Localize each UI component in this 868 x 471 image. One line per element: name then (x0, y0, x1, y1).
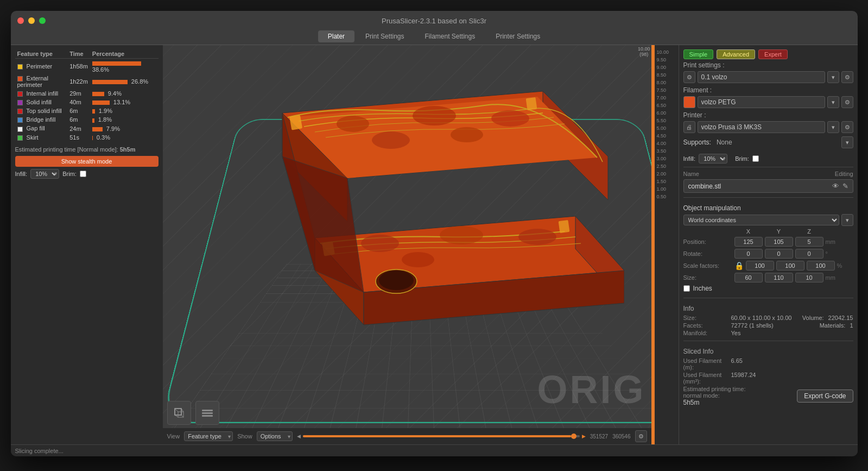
status-text: Slicing complete... (15, 448, 64, 454)
infill-select[interactable]: 10% 15% 20% (30, 169, 59, 179)
sliced-header: Sliced Info (683, 348, 853, 355)
filament-input[interactable] (698, 96, 825, 108)
divider-1 (683, 167, 853, 167)
lock-icon[interactable]: 🔒 (734, 261, 744, 270)
used-filament-m-key: Used Filament (m): (683, 357, 727, 370)
print-profile-input[interactable] (698, 71, 825, 83)
feature-time: 29m (67, 89, 90, 98)
supports-dropdown-btn[interactable]: ▾ (841, 136, 853, 148)
printer-dropdown-btn[interactable]: ▾ (827, 121, 839, 133)
right-infill-select[interactable]: 10% (699, 154, 727, 164)
feature-label: Internal infill (15, 89, 68, 98)
skill-simple-btn[interactable]: Simple (683, 49, 714, 59)
infill-row: Infill: 10% 15% 20% Brim: (15, 169, 159, 179)
scale-y[interactable] (776, 261, 804, 271)
rotate-y[interactable] (765, 249, 793, 259)
scale-z[interactable] (807, 261, 835, 271)
printer-input[interactable] (698, 121, 825, 133)
filament-color-swatch[interactable] (683, 96, 695, 108)
feature-time: 6m (67, 106, 90, 115)
gear-icon[interactable]: ⚙ (635, 430, 647, 442)
rotate-z[interactable] (795, 249, 823, 259)
layer-slider[interactable]: ◀ ▶ (297, 434, 586, 439)
tab-filament-settings[interactable]: Filament Settings (415, 30, 485, 42)
tab-plater[interactable]: Plater (318, 30, 354, 42)
skill-advanced-btn[interactable]: Advanced (717, 49, 755, 59)
scale-label: Scale factors: (683, 262, 732, 269)
maximize-btn[interactable] (39, 17, 46, 24)
print-settings-gear[interactable]: ⚙ (841, 71, 853, 83)
viewport-bg: ORIG 10.00 (98) (163, 45, 679, 444)
print-dropdown-btn[interactable]: ▾ (827, 71, 839, 83)
left-panel: Feature type Time Percentage Perimeter 1… (11, 45, 163, 444)
svg-marker-0 (282, 91, 608, 178)
svg-point-16 (440, 226, 483, 244)
stealth-mode-button[interactable]: Show stealth mode (15, 156, 159, 167)
size-y[interactable] (765, 273, 793, 282)
info-volume-val: 22042.15 (828, 315, 853, 321)
size-unit: mm (826, 274, 837, 281)
feature-label: Solid infill (15, 98, 68, 106)
feature-pct-cell: 38.6% (90, 59, 159, 74)
divider-4 (683, 341, 853, 341)
eye-icon[interactable]: 👁 (832, 182, 839, 190)
slider-thumb[interactable] (571, 434, 576, 439)
edit-icon[interactable]: ✎ (842, 182, 848, 190)
info-facets-key: Facets: (683, 322, 727, 329)
print-settings-label: Print settings : (683, 61, 853, 69)
printer-label: Printer : (683, 111, 853, 119)
view-label: View (167, 433, 180, 439)
info-manifold-val: Yes (731, 330, 741, 336)
minimize-btn[interactable] (28, 17, 35, 24)
tab-printer-settings[interactable]: Printer Settings (486, 30, 550, 42)
right-brim-checkbox[interactable] (752, 155, 759, 162)
filament-settings-gear[interactable]: ⚙ (841, 96, 853, 108)
position-x[interactable] (734, 237, 763, 247)
rotate-x[interactable] (734, 249, 763, 259)
close-btn[interactable] (17, 17, 24, 24)
tab-print-settings[interactable]: Print Settings (356, 30, 414, 42)
inches-checkbox[interactable] (683, 285, 690, 292)
size-z[interactable] (795, 273, 823, 282)
size-label: Size: (683, 274, 732, 281)
scale-x[interactable] (746, 261, 774, 271)
info-header: Info (683, 305, 853, 312)
col-time: Time (67, 49, 90, 59)
supports-value: None (717, 139, 838, 146)
table-row: Bridge infill 6m 1.8% (15, 115, 159, 124)
position-unit: mm (826, 238, 837, 245)
object-item-1[interactable]: combine.stl 👁 ✎ (683, 179, 853, 193)
scale-unit: % (837, 262, 848, 269)
inches-label: Inches (693, 285, 712, 292)
feature-pct-cell: 26.8% (90, 74, 159, 89)
svg-rect-32 (202, 412, 213, 414)
filament-dropdown-btn[interactable]: ▾ (827, 96, 839, 108)
info-facets-row: Facets: 72772 (1 shells) Materials: 1 (683, 322, 853, 329)
skill-expert-btn[interactable]: Expert (758, 49, 788, 59)
feature-label: Perimeter (15, 59, 68, 74)
printer-icon: 🖨 (683, 121, 695, 133)
viewport: ORIG 10.00 (98) (163, 45, 679, 444)
grid-overlay (163, 264, 679, 444)
scale-row: Scale factors: 🔒 % (683, 261, 853, 271)
used-filament-mm3-key: Used Filament (mm³): (683, 372, 727, 385)
printer-settings-gear[interactable]: ⚙ (841, 121, 853, 133)
position-y[interactable] (765, 237, 793, 247)
perspective-icon[interactable] (167, 401, 191, 425)
svg-point-6 (491, 110, 529, 127)
show-select[interactable]: Options (257, 431, 293, 441)
position-z[interactable] (795, 237, 823, 247)
titlebar: PrusaSlicer-2.3.1 based on Slic3r (11, 11, 858, 30)
export-gcode-button[interactable]: Export G-code (797, 390, 853, 403)
size-x[interactable] (734, 273, 763, 282)
brim-checkbox[interactable] (80, 171, 86, 177)
tab-bar: Plater Print Settings Filament Settings … (11, 30, 858, 45)
view-select[interactable]: Feature type (184, 431, 233, 441)
table-row: Perimeter 1h58m 38.6% (15, 59, 159, 74)
layers-icon[interactable] (195, 401, 219, 425)
inches-row: Inches (683, 285, 853, 292)
feature-pct-cell: 7.9% (90, 124, 159, 133)
world-coord-dropdown[interactable]: ▾ (841, 214, 853, 226)
position-row: Position: mm (683, 237, 853, 247)
world-coord-select[interactable]: World coordinates (683, 215, 839, 225)
